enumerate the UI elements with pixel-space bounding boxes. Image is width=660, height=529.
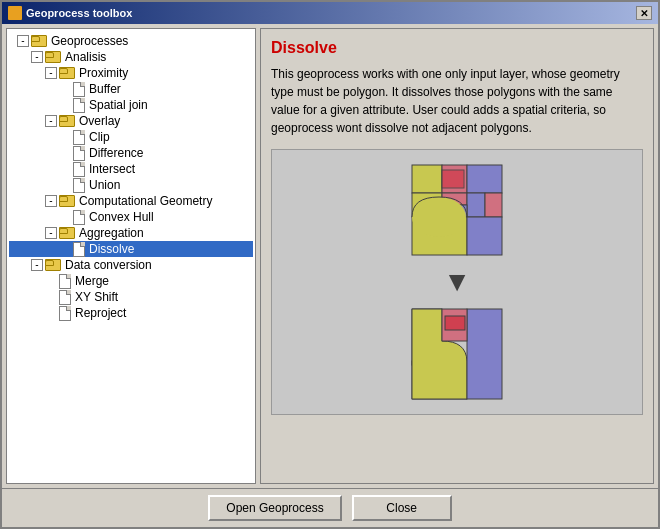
folder-icon-proximity: [59, 67, 75, 79]
tree-label-data-conversion: Data conversion: [65, 258, 152, 272]
tree-item-spatial-join[interactable]: Spatial join: [9, 97, 253, 113]
tree-label-analisis: Analisis: [65, 50, 106, 64]
connector-union: [59, 179, 71, 191]
file-icon-merge: [59, 274, 71, 288]
expand-overlay[interactable]: -: [45, 115, 57, 127]
expand-geoprocesses[interactable]: -: [17, 35, 29, 47]
tree-label-overlay: Overlay: [79, 114, 120, 128]
connector-spatial-join: [59, 99, 71, 111]
tree-label-xy-shift: XY Shift: [75, 290, 118, 304]
tree-item-merge[interactable]: Merge: [9, 273, 253, 289]
file-icon-xy-shift: [59, 290, 71, 304]
detail-title: Dissolve: [271, 39, 643, 57]
tree-item-data-conversion[interactable]: - Data conversion: [9, 257, 253, 273]
file-icon-union: [73, 178, 85, 192]
expand-data-conversion[interactable]: -: [31, 259, 43, 271]
tree-item-overlay[interactable]: - Overlay: [9, 113, 253, 129]
svg-rect-7: [485, 193, 502, 217]
svg-rect-12: [442, 170, 464, 188]
file-icon-buffer: [73, 82, 85, 96]
file-icon-difference: [73, 146, 85, 160]
expand-computational-geometry[interactable]: -: [45, 195, 57, 207]
tree-item-convex-hull[interactable]: Convex Hull: [9, 209, 253, 225]
window-close-button[interactable]: ✕: [636, 6, 652, 20]
file-icon-convex-hull: [73, 210, 85, 224]
connector-intersect: [59, 163, 71, 175]
tree-label-geoprocesses: Geoprocesses: [51, 34, 128, 48]
connector-difference: [59, 147, 71, 159]
tree-label-aggregation: Aggregation: [79, 226, 144, 240]
tree-label-intersect: Intersect: [89, 162, 135, 176]
tree-item-clip[interactable]: Clip: [9, 129, 253, 145]
connector-dissolve: [59, 243, 71, 255]
folder-icon-computational-geometry: [59, 195, 75, 207]
folder-icon-analisis: [45, 51, 61, 63]
before-diagram: [407, 160, 507, 260]
window-title: Geoprocess toolbox: [26, 7, 132, 19]
titlebar: Geoprocess toolbox ✕: [2, 2, 658, 24]
tree-label-dissolve: Dissolve: [89, 242, 134, 256]
svg-rect-3: [467, 165, 502, 193]
tree-label-computational-geometry: Computational Geometry: [79, 194, 212, 208]
folder-icon-overlay: [59, 115, 75, 127]
file-icon-clip: [73, 130, 85, 144]
tree-item-analisis[interactable]: - Analisis: [9, 49, 253, 65]
svg-rect-16: [467, 309, 502, 399]
tree-item-intersect[interactable]: Intersect: [9, 161, 253, 177]
tree-item-buffer[interactable]: Buffer: [9, 81, 253, 97]
svg-rect-18: [445, 316, 465, 330]
connector-reproject: [45, 307, 57, 319]
tree-label-union: Union: [89, 178, 120, 192]
connector-merge: [45, 275, 57, 287]
folder-icon-aggregation: [59, 227, 75, 239]
expand-proximity[interactable]: -: [45, 67, 57, 79]
detail-description: This geoprocess works with one only inpu…: [271, 65, 643, 137]
expand-analisis[interactable]: -: [31, 51, 43, 63]
connector-clip: [59, 131, 71, 143]
file-icon-reproject: [59, 306, 71, 320]
after-diagram: [407, 304, 507, 404]
tree-label-difference: Difference: [89, 146, 143, 160]
svg-rect-1: [412, 165, 442, 193]
connector-convex-hull: [59, 211, 71, 223]
tree-item-geoprocesses[interactable]: - Geoprocesses: [9, 33, 253, 49]
tree-panel: - Geoprocesses - Analisis - Proximity Bu…: [6, 28, 256, 484]
file-icon-dissolve: [73, 242, 85, 256]
file-icon-intersect: [73, 162, 85, 176]
tree-item-xy-shift[interactable]: XY Shift: [9, 289, 253, 305]
tree-item-difference[interactable]: Difference: [9, 145, 253, 161]
open-geoprocess-button[interactable]: Open Geoprocess: [208, 495, 341, 521]
svg-rect-6: [467, 193, 485, 217]
tree-label-proximity: Proximity: [79, 66, 128, 80]
bottom-bar: Open Geoprocess Close: [2, 488, 658, 527]
tree-item-union[interactable]: Union: [9, 177, 253, 193]
folder-icon-data-conversion: [45, 259, 61, 271]
tree-item-computational-geometry[interactable]: - Computational Geometry: [9, 193, 253, 209]
folder-icon-geoprocesses: [31, 35, 47, 47]
content-area: - Geoprocesses - Analisis - Proximity Bu…: [2, 24, 658, 488]
tree-item-reproject[interactable]: Reproject: [9, 305, 253, 321]
tree-item-proximity[interactable]: - Proximity: [9, 65, 253, 81]
tree-label-reproject: Reproject: [75, 306, 126, 320]
expand-aggregation[interactable]: -: [45, 227, 57, 239]
tree-label-buffer: Buffer: [89, 82, 121, 96]
tree-label-clip: Clip: [89, 130, 110, 144]
diagram-area: ▼: [271, 149, 643, 415]
connector-buffer: [59, 83, 71, 95]
tree-item-dissolve[interactable]: Dissolve: [9, 241, 253, 257]
main-window: Geoprocess toolbox ✕ - Geoprocesses - An…: [0, 0, 660, 529]
svg-rect-11: [467, 217, 502, 255]
titlebar-left: Geoprocess toolbox: [8, 6, 132, 20]
connector-xy-shift: [45, 291, 57, 303]
close-button[interactable]: Close: [352, 495, 452, 521]
tree-label-spatial-join: Spatial join: [89, 98, 148, 112]
tree-label-convex-hull: Convex Hull: [89, 210, 154, 224]
app-icon: [8, 6, 22, 20]
file-icon-spatial-join: [73, 98, 85, 112]
detail-panel: Dissolve This geoprocess works with one …: [260, 28, 654, 484]
svg-point-10: [412, 197, 466, 237]
tree-label-merge: Merge: [75, 274, 109, 288]
dissolve-arrow: ▼: [443, 268, 471, 296]
tree-item-aggregation[interactable]: - Aggregation: [9, 225, 253, 241]
